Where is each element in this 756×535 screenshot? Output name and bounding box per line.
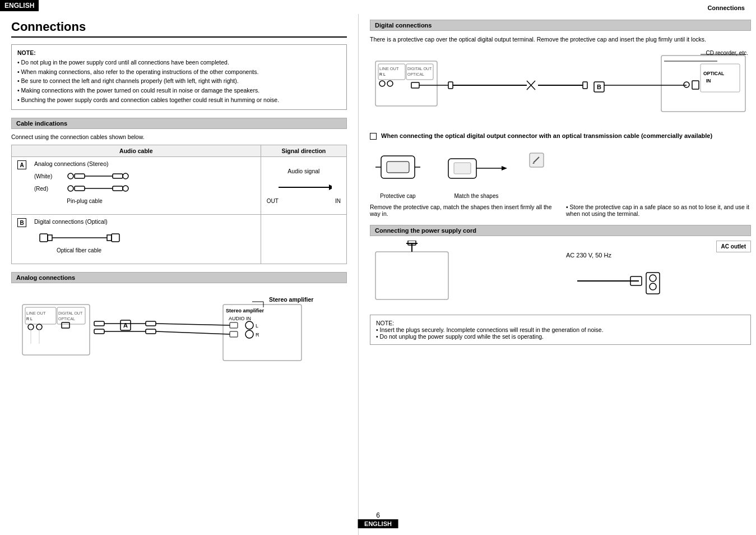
digital-connections-section: Digital connections There is a protectiv…	[370, 20, 751, 124]
svg-point-7	[68, 186, 73, 191]
svg-rect-73	[583, 82, 587, 89]
svg-rect-81	[692, 81, 699, 89]
signal-direction-diagram-a	[276, 179, 332, 196]
svg-point-62	[387, 81, 393, 86]
svg-point-1	[68, 173, 73, 179]
svg-text:(Red): (Red)	[34, 186, 48, 192]
svg-text:A: A	[123, 322, 128, 329]
protective-cap-diagram: Protective cap	[370, 145, 426, 199]
digital-connections-header: Digital connections	[370, 20, 751, 31]
power-supply-svg	[370, 241, 538, 308]
svg-line-53	[156, 324, 230, 325]
svg-text:LINE OUT: LINE OUT	[379, 66, 399, 71]
svg-text:Pin-plug cable: Pin-plug cable	[67, 198, 103, 204]
footer-language: ENGLISH	[358, 519, 398, 528]
svg-text:Optical fiber cable: Optical fiber cable	[57, 247, 101, 253]
svg-rect-10	[113, 186, 123, 191]
cable-table: Audio cable Signal direction A Analog co…	[11, 145, 347, 264]
svg-rect-4	[113, 174, 123, 178]
left-column: Connections NOTE: Do not plug in the pow…	[0, 14, 359, 535]
analog-connections-header: Analog connections	[11, 272, 347, 283]
svg-rect-8	[75, 186, 85, 191]
label-a-badge: A	[17, 160, 26, 169]
svg-point-11	[123, 186, 128, 191]
svg-text:(White): (White)	[34, 173, 52, 179]
svg-rect-47	[230, 322, 238, 328]
power-diagram-right: AC outlet AC 230 V, 50 Hz	[566, 241, 751, 305]
note-bottom-item-2: • Do not unplug the power supply cord wh…	[376, 333, 745, 340]
pencil-icon-area	[527, 145, 546, 199]
note-item-4: Making connections with the power turned…	[17, 86, 341, 95]
label-b-badge: B	[17, 218, 26, 227]
audio-signal-label: Audio signal	[267, 168, 341, 174]
optical-diagrams-row: Protective cap Match the shapes	[370, 145, 751, 199]
protective-cap-svg	[370, 145, 426, 190]
svg-point-61	[379, 81, 385, 86]
in-label: IN	[335, 198, 341, 204]
svg-marker-92	[502, 166, 507, 170]
language-header: ENGLISH	[0, 0, 39, 11]
svg-text:IN: IN	[706, 78, 711, 84]
match-shapes-diagram: Match the shapes	[443, 145, 510, 199]
page-footer: 6 ENGLISH	[358, 511, 398, 527]
note-top-list: Do not plug in the power supply cord unt…	[17, 58, 341, 104]
ac-outlet-label: AC outlet	[716, 241, 751, 252]
note-item-3: Be sure to connect the left and right ch…	[17, 77, 341, 85]
svg-rect-28	[57, 307, 85, 324]
cable-row-a-cell: A Analog connections (Stereo) (White)	[12, 157, 261, 215]
svg-rect-68	[448, 82, 453, 89]
cable-indications-section: Cable indications Connect using the conn…	[11, 118, 347, 264]
svg-point-102	[650, 275, 656, 282]
svg-text:R  L: R L	[26, 317, 33, 321]
svg-rect-31	[62, 322, 69, 328]
right-column: Digital connections There is a protectiv…	[359, 14, 756, 535]
svg-text:DIGITAL OUT: DIGITAL OUT	[407, 67, 432, 71]
svg-rect-86	[387, 162, 409, 173]
voltage-label: AC 230 V, 50 Hz	[566, 252, 751, 259]
cable-signal-cell: Audio signal OUT IN	[261, 157, 346, 215]
svg-point-103	[650, 283, 656, 290]
svg-rect-20	[112, 234, 119, 242]
note-top-title: NOTE:	[17, 49, 341, 56]
page-title: Connections	[11, 20, 347, 38]
svg-point-82	[684, 82, 689, 87]
svg-rect-39	[146, 321, 156, 326]
digital-connections-diagram: LINE OUT R L DIGITAL OUT OPTICAL	[370, 50, 751, 123]
protective-cap-label: Protective cap	[370, 193, 426, 199]
optical-checkbox	[370, 133, 377, 140]
match-shapes-label: Match the shapes	[443, 193, 510, 199]
svg-text:R  L: R L	[379, 72, 386, 76]
svg-text:AUDIO IN: AUDIO IN	[229, 316, 251, 321]
row-b-text: Digital connections (Optical)	[34, 218, 202, 225]
cable-row-b-cell: B Digital connections (Optical)	[12, 215, 261, 264]
digital-connections-description: There is a protective cap over the optic…	[370, 35, 751, 44]
svg-text:L: L	[256, 323, 258, 329]
store-icon-svg	[527, 150, 546, 170]
svg-text:OPTICAL: OPTICAL	[407, 72, 424, 76]
stereo-amplifier-label: Stereo amplifier	[269, 296, 313, 303]
out-label: OUT	[267, 198, 279, 204]
power-supply-diagram-row: AC outlet AC 230 V, 50 Hz	[370, 241, 751, 309]
note-item-5: Bunching the power supply cords and conn…	[17, 96, 341, 104]
note-bottom-list: • Insert the plugs securely. Incomplete …	[376, 326, 745, 340]
svg-text:LINE OUT: LINE OUT	[26, 311, 46, 316]
cable-indications-header: Cable indications	[11, 118, 347, 129]
svg-text:OPTICAL: OPTICAL	[703, 71, 724, 76]
svg-rect-66	[411, 82, 419, 88]
cable-col1-header: Audio cable	[12, 145, 261, 157]
power-supply-header: Connecting the power supply cord	[370, 225, 751, 236]
cable-signal-b-cell	[261, 215, 346, 264]
section-header-right: Connections	[707, 4, 745, 11]
svg-rect-96	[375, 252, 448, 299]
ac-outlet-svg	[566, 259, 678, 303]
digital-diagram-container: LINE OUT R L DIGITAL OUT OPTICAL	[370, 50, 751, 124]
svg-point-51	[245, 330, 253, 338]
svg-text:R: R	[256, 332, 259, 338]
svg-rect-36	[94, 321, 104, 326]
svg-line-54	[156, 331, 230, 334]
optical-title: When connecting the optical digital outp…	[370, 132, 751, 140]
analog-diagram-container: LINE OUT R L DIGITAL OUT OPTICAL A	[11, 288, 347, 379]
optical-section: When connecting the optical digital outp…	[370, 132, 751, 217]
svg-text:B: B	[597, 84, 601, 90]
svg-rect-50	[230, 331, 238, 337]
